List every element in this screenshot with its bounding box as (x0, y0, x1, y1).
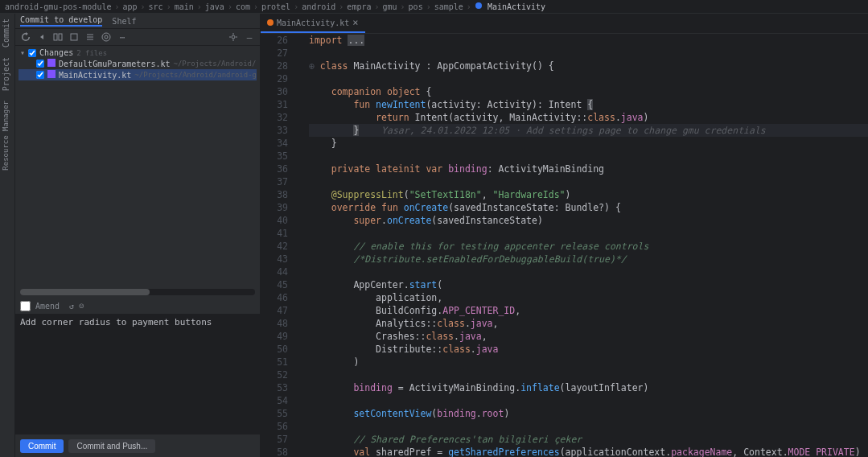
svg-rect-7 (47, 59, 56, 67)
minimize-icon[interactable]: — (244, 31, 255, 43)
commit-panel-tabs: Commit to develop Shelf (15, 14, 260, 29)
refresh-icon[interactable] (20, 31, 31, 43)
view-options-icon[interactable] (101, 31, 112, 43)
commit-and-push-button[interactable]: Commit and Push... (68, 439, 155, 453)
horizontal-scrollbar[interactable] (20, 289, 255, 295)
svg-rect-3 (71, 34, 77, 40)
svg-rect-8 (47, 70, 56, 78)
file-checkbox[interactable] (36, 71, 44, 79)
file-checkbox[interactable] (36, 60, 44, 68)
code-lines[interactable]: import ... ⊕ class MainActivity : AppCom… (309, 34, 868, 457)
svg-point-0 (475, 2, 482, 9)
chevron-down-icon: ▾ (20, 48, 25, 57)
commit-toolbar: ⋯ — (15, 29, 260, 46)
emoji-icon[interactable]: ☺ (79, 302, 84, 311)
history-icon[interactable]: ↺ (69, 302, 74, 311)
code-editor[interactable]: 2627282930313233343536373839404142434445… (261, 34, 868, 457)
amend-checkbox[interactable] (20, 301, 31, 311)
vertical-tab-project[interactable]: Project (0, 52, 14, 96)
amend-label: Amend (35, 302, 60, 311)
commit-buttons: Commit Commit and Push... (15, 434, 260, 457)
svg-rect-1 (54, 34, 57, 40)
changes-checkbox[interactable] (28, 49, 36, 57)
tab-shelf[interactable]: Shelf (112, 17, 136, 26)
kotlin-file-icon (47, 59, 56, 68)
kotlin-file-icon (47, 70, 56, 80)
gear-icon[interactable] (228, 31, 239, 43)
rollback-icon[interactable] (36, 31, 47, 43)
expand-icon[interactable]: ⋯ (117, 31, 128, 43)
group-by-icon[interactable] (84, 31, 96, 43)
editor-tab[interactable]: MainActivity.kt × (261, 14, 365, 33)
svg-rect-2 (59, 34, 62, 40)
commit-tool-window: Commit to develop Shelf ⋯ — ▾ Changes 2 … (15, 14, 261, 457)
tab-commit[interactable]: Commit to develop (20, 15, 102, 27)
amend-row: Amend ↺ ☺ (15, 298, 260, 314)
svg-point-4 (105, 35, 108, 39)
commit-message-input[interactable] (15, 314, 260, 434)
kotlin-file-icon (267, 19, 274, 26)
breadcrumb: android-gmu-pos-module› app› src› main› … (0, 0, 868, 14)
svg-point-6 (232, 35, 235, 39)
diff-icon[interactable] (52, 31, 64, 43)
changes-root[interactable]: ▾ Changes 2 files (19, 47, 257, 58)
editor-tab-label: MainActivity.kt (277, 19, 349, 27)
left-tool-stripe: Commit Project Resource Manager (0, 14, 15, 457)
commit-button[interactable]: Commit (20, 439, 64, 453)
changed-file-row[interactable]: MainActivity.kt ~/Projects/Android/andro… (19, 69, 257, 80)
editor-tabs: MainActivity.kt × (261, 14, 868, 34)
close-tab-icon[interactable]: × (352, 17, 358, 28)
changes-tree: ▾ Changes 2 files DefaultGmuParameters.k… (15, 46, 260, 82)
svg-point-5 (102, 33, 110, 41)
gutter-marks (294, 34, 309, 457)
vertical-tab-commit[interactable]: Commit (0, 14, 14, 52)
vertical-tab-resource[interactable]: Resource Manager (0, 96, 14, 175)
line-gutter: 2627282930313233343536373839404142434445… (261, 34, 294, 457)
editor: MainActivity.kt × 2627282930313233343536… (261, 14, 868, 457)
changelist-icon[interactable] (68, 31, 80, 43)
changed-file-row[interactable]: DefaultGmuParameters.kt ~/Projects/Andro… (19, 58, 257, 69)
breadcrumb-current: MainActivity (475, 2, 545, 11)
